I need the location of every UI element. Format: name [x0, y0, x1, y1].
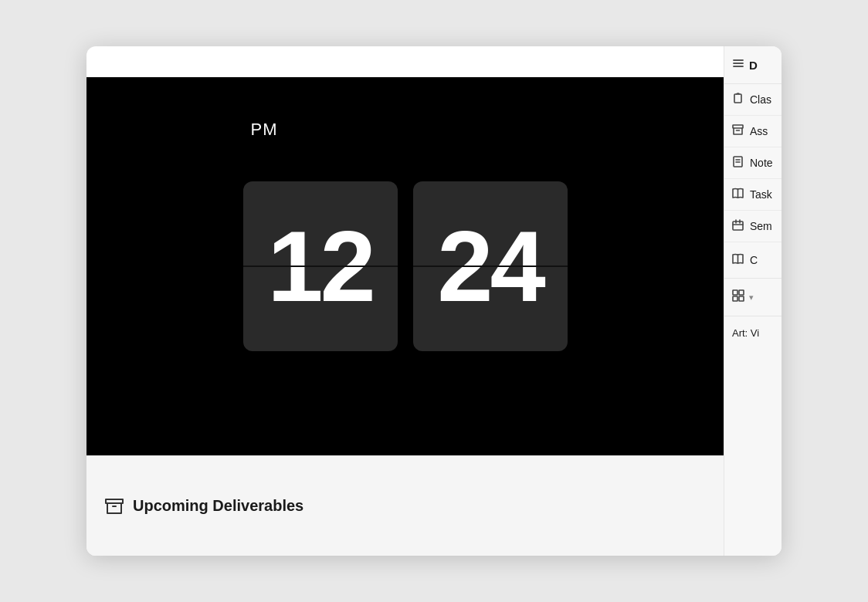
svg-rect-18 [739, 290, 744, 295]
sidebar-item-notes-label: Note [750, 157, 773, 169]
clock-hours-tile: 12 [243, 181, 398, 351]
right-sidebar: D Clas Ass [724, 46, 782, 556]
clock-period: PM [251, 120, 278, 140]
grid-icon [732, 289, 744, 305]
svg-rect-6 [733, 125, 743, 128]
app-window: PM 12 24 Upcoming Deliverables [86, 46, 782, 556]
book-icon [732, 253, 744, 267]
sidebar-item-tasks[interactable]: Task [724, 179, 782, 211]
svg-rect-5 [734, 94, 741, 103]
calendar-icon [732, 219, 744, 233]
note-icon [732, 156, 744, 170]
main-content: PM 12 24 Upcoming Deliverables [86, 46, 724, 556]
sidebar-extra-item[interactable]: C [724, 242, 782, 279]
book-open-icon [732, 188, 744, 201]
sidebar-item-tasks-label: Task [750, 188, 772, 201]
clipboard-icon [732, 93, 744, 107]
art-label: Art: Vi [732, 327, 759, 339]
chevron-down-icon: ▾ [749, 293, 754, 303]
sidebar-item-semester[interactable]: Sem [724, 211, 782, 242]
sidebar-item-assignments[interactable]: Ass [724, 116, 782, 147]
list-icon [732, 57, 744, 73]
svg-rect-12 [733, 222, 743, 230]
svg-rect-17 [733, 290, 737, 295]
deliverables-box-icon [105, 497, 124, 516]
sidebar-item-classes-label: Clas [750, 93, 771, 106]
sidebar-header-label: D [749, 59, 758, 72]
clock-display: PM 12 24 [243, 181, 568, 351]
svg-rect-0 [106, 499, 123, 503]
clock-minutes-tile: 24 [413, 181, 568, 351]
sidebar-item-semester-label: Sem [750, 220, 772, 232]
sidebar-grid-toggle[interactable]: ▾ [724, 279, 782, 316]
sidebar-extra-label: C [750, 254, 758, 266]
upcoming-deliverables-bar[interactable]: Upcoming Deliverables [86, 455, 724, 556]
sidebar-item-classes[interactable]: Clas [724, 84, 782, 116]
deliverables-title: Upcoming Deliverables [133, 497, 303, 515]
sidebar-header[interactable]: D [724, 46, 782, 84]
clock-minutes: 24 [437, 216, 543, 316]
sidebar-art-item[interactable]: Art: Vi [724, 316, 782, 350]
clock-hours: 12 [267, 216, 373, 316]
box-archive-icon [732, 124, 744, 138]
svg-rect-20 [739, 296, 744, 301]
svg-rect-19 [733, 296, 737, 301]
clock-area: PM 12 24 [86, 77, 724, 455]
sidebar-item-assignments-label: Ass [750, 125, 768, 137]
sidebar-item-notes[interactable]: Note [724, 147, 782, 179]
